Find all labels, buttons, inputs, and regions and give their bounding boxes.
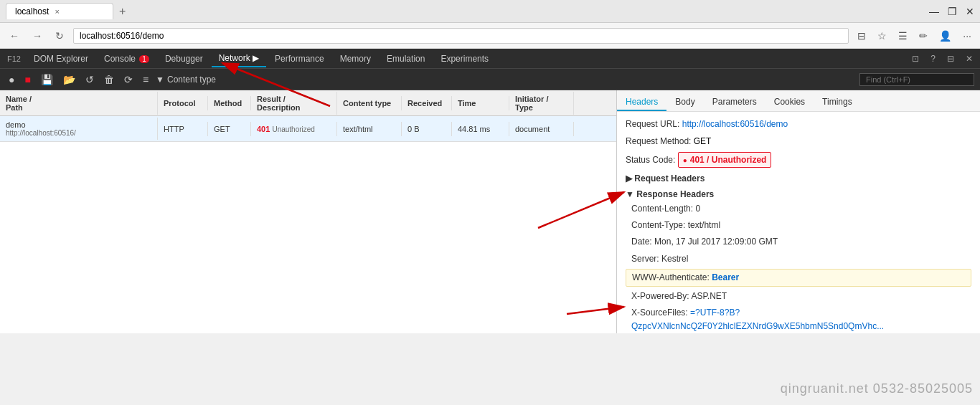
devtools-right-icons: ⊡ ? ⊟ ✕	[908, 51, 977, 67]
import-har-btn[interactable]: 📂	[60, 72, 78, 87]
th-initiator: Initiator / Type	[509, 92, 574, 115]
request-method-value: GET	[694, 136, 712, 146]
titlebar: localhost × + — ❐ ✕	[0, 0, 980, 23]
export-har-btn[interactable]: 💾	[38, 72, 56, 87]
minimize-btn[interactable]: —	[929, 6, 939, 17]
window-controls: — ❐ ✕	[929, 6, 974, 17]
content-type-name: Content-Type:	[631, 220, 685, 230]
request-url-label: Request URL:	[626, 119, 679, 129]
f12-button[interactable]: F12	[3, 52, 25, 66]
table-header: Name / Path Protocol Method Result / Des…	[0, 90, 616, 116]
th-received: Received	[402, 96, 452, 110]
content-type-row: Content-Type: text/html	[626, 219, 971, 232]
tab-dom-explorer[interactable]: DOM Explorer	[27, 51, 95, 67]
always-refresh-btn[interactable]: ⟳	[121, 72, 136, 87]
forward-button[interactable]: →	[29, 29, 46, 43]
reader-view-btn[interactable]: ⊟	[854, 29, 869, 43]
x-source-name: X-SourceFiles:	[631, 308, 688, 318]
more-btn[interactable]: ···	[960, 29, 974, 43]
row-path: http://localhost:60516/	[6, 129, 151, 137]
address-input[interactable]	[73, 28, 849, 44]
tab-emulation[interactable]: Emulation	[380, 51, 432, 67]
tab-experiments[interactable]: Experiments	[433, 51, 496, 67]
td-name: demo http://localhost:60516/	[0, 118, 158, 140]
tab-performance[interactable]: Performance	[268, 51, 331, 67]
detail-tab-bar: Headers Body Parameters Cookies Timings	[617, 90, 980, 112]
close-devtools-btn[interactable]: ✕	[961, 51, 977, 67]
browser-tab[interactable]: localhost ×	[6, 3, 113, 19]
x-source-row: X-SourceFiles: =?UTF-8?B?QzpcVXNlcnNcQ2F…	[626, 306, 971, 333]
row-name: demo	[6, 120, 151, 129]
browser-toolbar-icons: ⊟ ☆ ☰ ✏ 👤 ···	[854, 29, 974, 43]
detail-tab-parameters[interactable]: Parameters	[704, 94, 765, 111]
record-btn[interactable]: ●	[6, 72, 17, 87]
console-badge: 1	[139, 55, 149, 63]
clear-btn[interactable]: ↺	[83, 72, 97, 87]
server-name: Server:	[631, 254, 659, 264]
stop-btn[interactable]: ■	[22, 72, 33, 87]
tab-network[interactable]: Network ▶	[212, 50, 266, 67]
help-icon[interactable]: ?	[926, 51, 940, 67]
detail-tab-headers[interactable]: Headers	[617, 94, 666, 111]
table-row[interactable]: demo http://localhost:60516/ HTTP GET 40…	[0, 116, 616, 142]
td-initiator: document	[509, 122, 574, 136]
request-url-value[interactable]: http://localhost:60516/demo	[682, 119, 788, 129]
x-powered-row: X-Powered-By: ASP.NET	[626, 290, 971, 303]
detail-content: Request URL: http://localhost:60516/demo…	[617, 112, 980, 333]
th-method: Method	[208, 96, 251, 110]
response-headers-section[interactable]: Response Headers	[626, 189, 971, 199]
close-btn[interactable]: ✕	[966, 6, 974, 17]
filter-icon: ▼	[156, 75, 164, 85]
tab-close-btn[interactable]: ×	[55, 7, 59, 16]
detail-tab-timings[interactable]: Timings	[814, 94, 861, 111]
td-protocol: HTTP	[158, 122, 208, 136]
th-name: Name / Path	[0, 92, 158, 115]
new-tab-btn[interactable]: +	[113, 5, 131, 18]
settings-icon[interactable]: ⊟	[943, 51, 958, 67]
request-headers-section[interactable]: Request Headers	[626, 173, 971, 184]
hub-btn[interactable]: ☰	[895, 29, 910, 43]
notes-btn[interactable]: ✏	[916, 29, 930, 43]
status-code-label: Status Code:	[626, 155, 675, 165]
account-btn[interactable]: 👤	[936, 29, 954, 43]
tab-console[interactable]: Console 1	[97, 51, 156, 67]
show-all-btn[interactable]: ≡	[140, 72, 151, 87]
th-contenttype: Content type	[337, 96, 402, 110]
content-length-row: Content-Length: 0	[626, 202, 971, 216]
th-protocol: Protocol	[158, 96, 208, 110]
detail-tab-cookies[interactable]: Cookies	[765, 94, 814, 111]
favorites-btn[interactable]: ☆	[875, 29, 890, 43]
th-time: Time	[452, 96, 509, 110]
detail-panel: Headers Body Parameters Cookies Timings …	[617, 90, 980, 333]
request-url-row: Request URL: http://localhost:60516/demo	[626, 118, 971, 130]
content-length-name: Content-Length:	[631, 204, 693, 214]
tab-memory[interactable]: Memory	[333, 51, 378, 67]
th-result: Result / Description	[251, 92, 337, 115]
content-type-label: Content type	[167, 75, 216, 85]
x-powered-value: ASP.NET	[691, 291, 727, 301]
cache-btn[interactable]: 🗑	[101, 72, 117, 87]
status-code-cell: 401	[257, 125, 270, 133]
detail-tab-body[interactable]: Body	[666, 94, 703, 111]
server-value: Kestrel	[661, 254, 688, 264]
devtools-tabbar: F12 DOM Explorer Console 1 Debugger Netw…	[0, 49, 980, 69]
td-result: 401 Unauthorized	[251, 122, 337, 136]
restore-btn[interactable]: ❐	[948, 6, 957, 17]
tab-debugger[interactable]: Debugger	[158, 51, 210, 67]
status-desc-cell: Unauthorized	[272, 125, 314, 133]
status-badge: ● 401 / Unauthorized	[678, 152, 772, 168]
find-input[interactable]	[859, 73, 974, 86]
dock-icon[interactable]: ⊡	[908, 51, 923, 67]
date-row: Date: Mon, 17 Jul 2017 12:09:00 GMT	[626, 235, 971, 249]
refresh-button[interactable]: ↻	[52, 29, 67, 43]
back-button[interactable]: ←	[6, 29, 23, 43]
network-toolbar: ● ■ 💾 📂 ↺ 🗑 ⟳ ≡ ▼ Content type	[0, 69, 980, 90]
request-method-label: Request Method:	[626, 136, 691, 146]
status-code-row: Status Code: ● 401 / Unauthorized	[626, 152, 971, 168]
www-auth-name: WWW-Authenticate:	[632, 272, 710, 282]
network-table: Name / Path Protocol Method Result / Des…	[0, 90, 617, 333]
x-powered-name: X-Powered-By:	[631, 291, 689, 301]
network-content: Name / Path Protocol Method Result / Des…	[0, 90, 980, 333]
content-length-value: 0	[695, 204, 700, 214]
td-contenttype: text/html	[337, 122, 402, 136]
